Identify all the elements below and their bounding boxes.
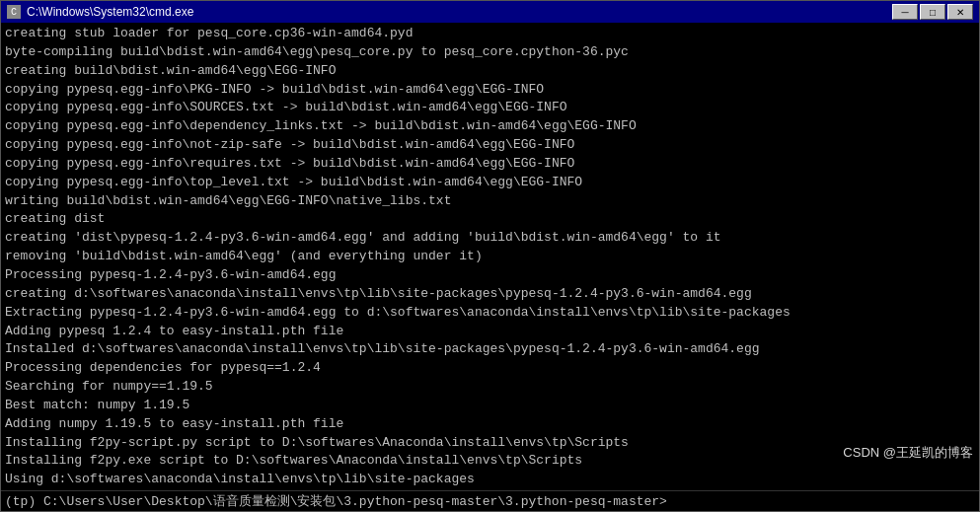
- console-line: Finished processing dependencies for pyp…: [5, 489, 975, 490]
- console-line: removing 'build\bdist.win-amd64\egg' (an…: [5, 248, 975, 266]
- cmd-icon: C: [7, 5, 21, 19]
- console-line: Searching for numpy==1.19.5: [5, 378, 975, 397]
- console-line: Using d:\softwares\anaconda\install\envs…: [5, 471, 975, 489]
- console-line: Best match: numpy 1.19.5: [5, 397, 975, 415]
- console-line: byte-compiling build\bdist.win-amd64\egg…: [5, 43, 975, 62]
- console-line: copying pypesq.egg-info\not-zip-safe -> …: [5, 136, 975, 155]
- console-line: creating 'dist\pypesq-1.2.4-py3.6-win-am…: [5, 229, 975, 248]
- window-controls: ─ □ ✕: [892, 4, 973, 20]
- prompt-bar[interactable]: (tp) C:\Users\User\Desktop\语音质量检测\安装包\3.…: [1, 490, 979, 511]
- console-line: creating dist: [5, 210, 975, 229]
- console-line: copying pypesq.egg-info\dependency_links…: [5, 117, 975, 136]
- console-line: Installing f2py-script.py script to D:\s…: [5, 434, 975, 453]
- console-line: Adding numpy 1.19.5 to easy-install.pth …: [5, 415, 975, 434]
- console-line: creating build\bdist.win-amd64\egg\EGG-I…: [5, 62, 975, 81]
- console-line: Installed d:\softwares\anaconda\install\…: [5, 340, 975, 359]
- maximize-button[interactable]: □: [920, 4, 945, 20]
- console-line: copying pypesq.egg-info\top_level.txt ->…: [5, 174, 975, 192]
- console-line: Adding pypesq 1.2.4 to easy-install.pth …: [5, 323, 975, 341]
- console-line: copying pypesq.egg-info\PKG-INFO -> buil…: [5, 81, 975, 100]
- title-bar: C C:\Windows\System32\cmd.exe ─ □ ✕: [1, 1, 979, 23]
- console-line: copying pypesq.egg-info\SOURCES.txt -> b…: [5, 99, 975, 117]
- close-button[interactable]: ✕: [947, 4, 973, 20]
- console-line: creating d:\softwares\anaconda\install\e…: [5, 285, 975, 304]
- window-title: C:\Windows\System32\cmd.exe: [27, 5, 193, 19]
- cmd-window: C C:\Windows\System32\cmd.exe ─ □ ✕ crea…: [0, 0, 980, 512]
- console-output: creating stub loader for pesq_core.cp36-…: [1, 23, 979, 490]
- console-line: creating stub loader for pesq_core.cp36-…: [5, 25, 975, 43]
- watermark: CSDN @王延凯的博客: [843, 444, 973, 463]
- console-line: Installing f2py.exe script to D:\softwar…: [5, 452, 975, 471]
- console-line: Extracting pypesq-1.2.4-py3.6-win-amd64.…: [5, 304, 975, 323]
- console-line: Processing dependencies for pypesq==1.2.…: [5, 359, 975, 378]
- console-line: writing build\bdist.win-amd64\egg\EGG-IN…: [5, 192, 975, 211]
- console-line: copying pypesq.egg-info\requires.txt -> …: [5, 155, 975, 174]
- console-line: Processing pypesq-1.2.4-py3.6-win-amd64.…: [5, 266, 975, 285]
- title-bar-left: C C:\Windows\System32\cmd.exe: [7, 5, 193, 19]
- minimize-button[interactable]: ─: [892, 4, 918, 20]
